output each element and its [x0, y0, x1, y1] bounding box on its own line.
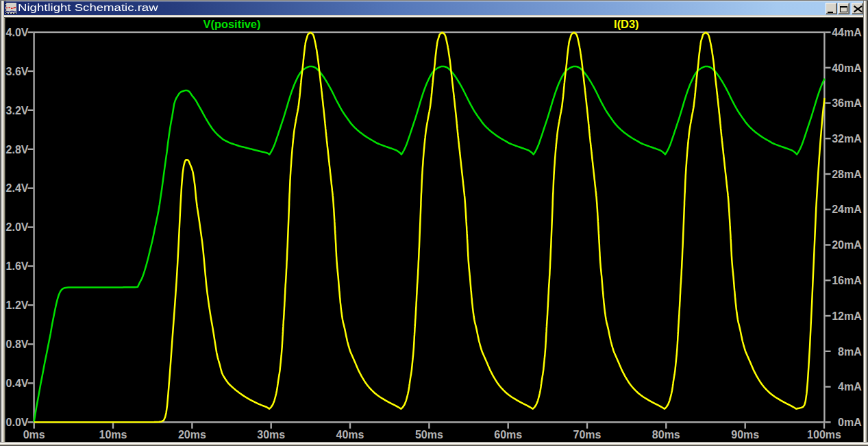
- svg-text:V(positive): V(positive): [203, 18, 261, 30]
- svg-text:4.0V: 4.0V: [6, 27, 29, 38]
- svg-text:80ms: 80ms: [652, 429, 680, 441]
- svg-text:24mA: 24mA: [832, 203, 862, 215]
- svg-text:50ms: 50ms: [415, 429, 443, 441]
- svg-text:0.8V: 0.8V: [6, 338, 29, 350]
- svg-text:0ms: 0ms: [23, 429, 45, 441]
- svg-text:8mA: 8mA: [838, 346, 862, 358]
- svg-text:40mA: 40mA: [832, 62, 862, 74]
- svg-text:40ms: 40ms: [336, 429, 364, 441]
- svg-text:32mA: 32mA: [832, 133, 862, 145]
- svg-text:0.0V: 0.0V: [6, 417, 29, 428]
- svg-text:44mA: 44mA: [832, 27, 862, 38]
- svg-text:3.2V: 3.2V: [6, 105, 29, 116]
- svg-text:0mA: 0mA: [838, 417, 862, 428]
- svg-text:100ms: 100ms: [807, 429, 841, 441]
- svg-text:36mA: 36mA: [832, 97, 862, 109]
- svg-text:60ms: 60ms: [494, 429, 522, 441]
- svg-text:30ms: 30ms: [257, 429, 285, 441]
- svg-text:2.0V: 2.0V: [6, 221, 29, 233]
- svg-text:20ms: 20ms: [178, 429, 206, 441]
- svg-text:4mA: 4mA: [838, 381, 862, 393]
- svg-text:10ms: 10ms: [99, 429, 127, 441]
- svg-text:3.6V: 3.6V: [6, 66, 29, 77]
- svg-text:0.4V: 0.4V: [6, 377, 29, 389]
- svg-text:70ms: 70ms: [573, 429, 602, 441]
- svg-text:1.2V: 1.2V: [6, 299, 29, 311]
- svg-text:2.8V: 2.8V: [6, 144, 29, 156]
- svg-text:I(D3): I(D3): [614, 18, 638, 30]
- svg-text:20mA: 20mA: [832, 239, 862, 251]
- svg-text:1.6V: 1.6V: [6, 260, 29, 272]
- svg-text:16mA: 16mA: [832, 275, 862, 286]
- svg-text:28mA: 28mA: [832, 169, 862, 180]
- svg-text:90ms: 90ms: [731, 429, 759, 441]
- svg-text:2.4V: 2.4V: [6, 182, 29, 194]
- svg-text:12mA: 12mA: [832, 310, 862, 322]
